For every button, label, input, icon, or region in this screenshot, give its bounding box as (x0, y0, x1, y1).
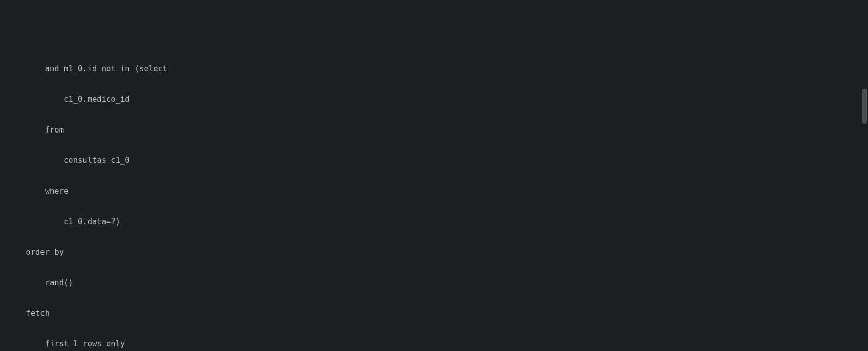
sql-line[interactable]: from (7, 122, 861, 138)
sql-line[interactable]: where (7, 184, 861, 199)
sql-line[interactable]: fetch (7, 305, 861, 321)
sql-line[interactable]: order by (7, 245, 861, 260)
sql-line[interactable]: consultas c1_0 (7, 153, 861, 168)
sql-line[interactable]: c1_0.data=?) (7, 214, 861, 229)
sql-line[interactable]: c1_0.medico_id (7, 92, 861, 107)
vertical-scrollbar-thumb[interactable] (862, 89, 867, 124)
sql-line[interactable]: first 1 rows only (7, 336, 861, 351)
sql-line[interactable]: and m1_0.id not in (select (7, 61, 861, 76)
sql-line[interactable]: rand() (7, 275, 861, 290)
